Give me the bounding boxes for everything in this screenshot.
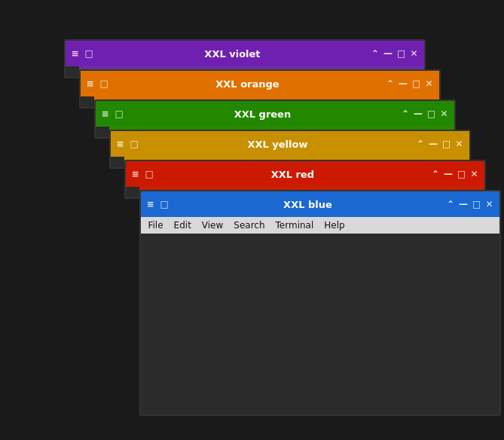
- arrow-up-icon[interactable]: ⌃: [432, 170, 439, 179]
- window-body-blue: File Edit View Search Terminal Help: [141, 217, 499, 414]
- menubar: File Edit View Search Terminal Help: [141, 217, 499, 234]
- window-stub-yellow: [111, 157, 124, 167]
- window-title-blue: XXL blue: [169, 199, 447, 210]
- arrow-up-icon[interactable]: ⌃: [447, 200, 454, 209]
- maximize-icon[interactable]: □: [427, 109, 435, 118]
- menu-search[interactable]: Search: [229, 218, 269, 232]
- square-icon[interactable]: □: [100, 79, 108, 88]
- hamburger-icon[interactable]: ≡: [147, 200, 154, 209]
- window-title-red: XXL red: [154, 169, 432, 180]
- square-icon[interactable]: □: [85, 49, 93, 58]
- titlebar-yellow: ≡ □ XXL yellow ⌃ — □ ✕: [111, 131, 469, 157]
- window-stub-green: [96, 127, 109, 137]
- close-icon[interactable]: ✕: [470, 170, 478, 179]
- square-icon[interactable]: □: [145, 170, 154, 179]
- minimize-icon[interactable]: —: [383, 49, 393, 58]
- square-icon[interactable]: □: [160, 200, 169, 209]
- arrow-up-icon[interactable]: ⌃: [371, 49, 379, 58]
- hamburger-icon[interactable]: ≡: [102, 109, 109, 118]
- arrow-up-icon[interactable]: ⌃: [417, 139, 424, 148]
- minimize-icon[interactable]: —: [444, 170, 453, 179]
- square-icon[interactable]: □: [130, 139, 139, 148]
- menu-terminal[interactable]: Terminal: [271, 218, 319, 232]
- close-icon[interactable]: ✕: [455, 139, 463, 148]
- close-icon[interactable]: ✕: [440, 109, 447, 118]
- close-icon[interactable]: ✕: [485, 200, 493, 209]
- menu-edit[interactable]: Edit: [170, 218, 196, 232]
- hamburger-icon[interactable]: ≡: [87, 79, 94, 88]
- window-blue: ≡ □ XXL blue ⌃ — □ ✕ File Edit View Sear…: [139, 190, 501, 416]
- menu-file[interactable]: File: [144, 218, 168, 232]
- hamburger-icon[interactable]: ≡: [72, 49, 79, 58]
- windows-stack: ≡ □ XXL violet ⌃ — □ ✕ ≡ □ XXL orange ⌃ …: [64, 39, 441, 401]
- titlebar-red: ≡ □ XXL red ⌃ — □ ✕: [126, 161, 484, 187]
- menu-view[interactable]: View: [197, 218, 228, 232]
- maximize-icon[interactable]: □: [442, 139, 451, 148]
- close-icon[interactable]: ✕: [425, 79, 432, 88]
- minimize-icon[interactable]: —: [459, 200, 468, 209]
- titlebar-blue: ≡ □ XXL blue ⌃ — □ ✕: [141, 191, 499, 217]
- hamburger-icon[interactable]: ≡: [117, 139, 124, 148]
- window-title-orange: XXL orange: [108, 78, 386, 90]
- maximize-icon[interactable]: □: [412, 79, 420, 88]
- menu-help[interactable]: Help: [319, 218, 349, 232]
- titlebar-orange: ≡ □ XXL orange ⌃ — □ ✕: [81, 71, 439, 96]
- minimize-icon[interactable]: —: [414, 109, 423, 118]
- minimize-icon[interactable]: —: [429, 139, 438, 148]
- arrow-up-icon[interactable]: ⌃: [386, 79, 394, 88]
- square-icon[interactable]: □: [115, 109, 124, 118]
- window-title-violet: XXL violet: [93, 48, 371, 60]
- window-stub-violet: [66, 66, 79, 77]
- titlebar-green: ≡ □ XXL green ⌃ — □ ✕: [96, 101, 454, 127]
- maximize-icon[interactable]: □: [457, 170, 466, 179]
- window-stub-red: [126, 187, 139, 197]
- minimize-icon[interactable]: —: [399, 79, 408, 88]
- window-title-yellow: XXL yellow: [139, 139, 417, 150]
- hamburger-icon[interactable]: ≡: [132, 170, 139, 179]
- window-stub-orange: [81, 96, 94, 107]
- maximize-icon[interactable]: □: [472, 200, 481, 209]
- window-title-green: XXL green: [124, 108, 402, 120]
- arrow-up-icon[interactable]: ⌃: [402, 109, 409, 118]
- maximize-icon[interactable]: □: [397, 49, 405, 58]
- titlebar-violet: ≡ □ XXL violet ⌃ — □ ✕: [66, 41, 424, 66]
- close-icon[interactable]: ✕: [410, 49, 417, 58]
- terminal-area[interactable]: [141, 234, 499, 414]
